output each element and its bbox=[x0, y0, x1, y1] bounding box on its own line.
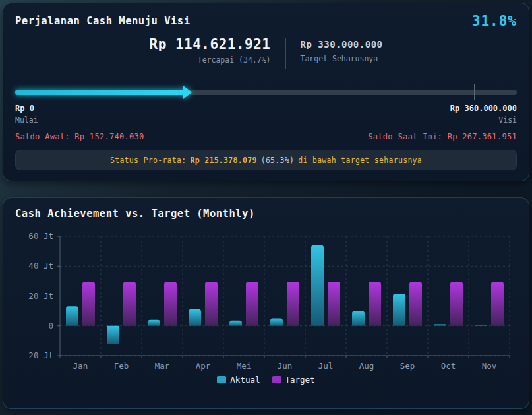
y-tick-label: 0 bbox=[48, 321, 53, 331]
bar-target-Mei[interactable] bbox=[246, 282, 258, 326]
achieved-block: Rp 114.621.921 Tercapai (34.7%) bbox=[149, 37, 270, 65]
start-value: Rp 0 bbox=[15, 104, 38, 113]
progress-fill-arrow bbox=[15, 90, 183, 95]
vision-label: Visi bbox=[450, 115, 517, 125]
target-swatch-icon bbox=[272, 376, 281, 383]
start-endpoint: Rp 0 Mulai bbox=[15, 104, 38, 125]
dashboard-page: { "journey": { "title": "Perjalanan Cash… bbox=[0, 0, 532, 415]
bar-target-Feb[interactable] bbox=[123, 282, 136, 326]
journey-header: Perjalanan Cash Menuju Visi 31.8% bbox=[15, 13, 517, 29]
journey-card: Perjalanan Cash Menuju Visi 31.8% Rp 114… bbox=[3, 3, 529, 181]
x-category-label: Mar bbox=[155, 361, 170, 371]
aktual-swatch-icon bbox=[217, 376, 226, 383]
saldo-row: Saldo Awal: Rp 152.740.030 Saldo Saat In… bbox=[15, 132, 517, 141]
journey-title: Perjalanan Cash Menuju Visi bbox=[15, 15, 190, 27]
legend-item-aktual[interactable]: Aktual bbox=[217, 375, 260, 385]
x-category-label: Nov bbox=[482, 361, 497, 371]
progress-bar[interactable] bbox=[15, 84, 517, 100]
bar-target-Apr[interactable] bbox=[205, 282, 218, 326]
saldo-saat-ini: Saldo Saat Ini: Rp 267.361.951 bbox=[368, 132, 517, 141]
saldo-awal: Saldo Awal: Rp 152.740.030 bbox=[15, 132, 144, 141]
arrow-head-icon bbox=[183, 86, 192, 99]
journey-stats: Rp 114.621.921 Tercapai (34.7%) Rp 330.0… bbox=[15, 37, 517, 69]
status-value: Rp 215.378.079 bbox=[191, 156, 257, 165]
expected-value: Rp 330.000.000 bbox=[301, 39, 383, 49]
y-tick-label: 20 Jt bbox=[28, 291, 53, 301]
status-label: Status Pro-rata: bbox=[110, 156, 187, 165]
chart-legend: Aktual Target bbox=[15, 375, 517, 385]
bar-chart[interactable]: 60 Jt40 Jt20 Jt0-20 JtJanFebMarAprMeiJun… bbox=[15, 226, 518, 372]
progress-endpoints: Rp 0 Mulai Rp 360.000.000 Visi bbox=[15, 104, 517, 125]
achieved-value: Rp 114.621.921 bbox=[149, 37, 270, 52]
chart-card: Cash Achievement vs. Target (Monthly) 60… bbox=[3, 197, 529, 409]
legend-label-target: Target bbox=[285, 375, 315, 385]
x-category-label: Oct bbox=[441, 361, 456, 371]
chart-title: Cash Achievement vs. Target (Monthly) bbox=[15, 208, 517, 220]
bar-aktual-Jun[interactable] bbox=[270, 318, 283, 325]
x-category-label: Sep bbox=[400, 361, 415, 371]
bar-target-Nov[interactable] bbox=[491, 282, 504, 326]
bar-aktual-Apr[interactable] bbox=[189, 309, 201, 326]
bar-target-Jun[interactable] bbox=[287, 282, 299, 326]
achieved-label: Tercapai (34.7%) bbox=[149, 55, 270, 65]
bar-target-Aug[interactable] bbox=[369, 282, 381, 326]
bar-aktual-Jan[interactable] bbox=[66, 306, 78, 325]
bar-target-Jan[interactable] bbox=[82, 282, 95, 326]
journey-progress-percent: 31.8% bbox=[472, 13, 517, 29]
x-category-label: Jun bbox=[278, 361, 293, 371]
x-category-label: Aug bbox=[359, 361, 374, 371]
bar-aktual-Aug[interactable] bbox=[352, 311, 365, 326]
status-prorata-pill: Status Pro-rata: Rp 215.378.079 (65.3%) … bbox=[15, 150, 517, 170]
bar-aktual-Mei[interactable] bbox=[229, 321, 242, 326]
stats-divider bbox=[285, 38, 286, 69]
bar-target-Jul[interactable] bbox=[328, 282, 340, 326]
expected-block: Rp 330.000.000 Target Seharusnya bbox=[301, 37, 383, 63]
bar-aktual-Sep[interactable] bbox=[393, 294, 405, 326]
target-marker-tick bbox=[474, 84, 475, 100]
expected-label: Target Seharusnya bbox=[301, 54, 383, 63]
x-category-label: Jul bbox=[318, 361, 334, 371]
legend-label-aktual: Aktual bbox=[230, 375, 260, 385]
bar-target-Oct[interactable] bbox=[450, 282, 463, 326]
y-tick-label: -20 Jt bbox=[24, 350, 53, 360]
y-tick-label: 60 Jt bbox=[28, 231, 53, 241]
bar-aktual-Feb[interactable] bbox=[107, 326, 119, 344]
vision-value: Rp 360.000.000 bbox=[450, 104, 517, 113]
bar-aktual-Nov[interactable] bbox=[475, 325, 487, 326]
x-category-label: Apr bbox=[196, 361, 211, 371]
bar-aktual-Jul[interactable] bbox=[311, 245, 324, 326]
y-tick-label: 40 Jt bbox=[28, 261, 53, 271]
x-category-label: Feb bbox=[114, 361, 129, 371]
vision-endpoint: Rp 360.000.000 Visi bbox=[450, 104, 517, 125]
bar-target-Sep[interactable] bbox=[409, 282, 422, 326]
bar-aktual-Mar[interactable] bbox=[148, 320, 160, 326]
bar-aktual-Oct[interactable] bbox=[434, 324, 446, 325]
x-category-label: Mei bbox=[237, 361, 252, 371]
legend-item-target[interactable]: Target bbox=[272, 375, 315, 385]
x-category-label: Jan bbox=[73, 361, 88, 371]
bar-target-Mar[interactable] bbox=[164, 282, 177, 326]
status-percent: (65.3%) bbox=[261, 156, 295, 165]
status-note: di bawah target seharusnya bbox=[298, 156, 422, 165]
start-label: Mulai bbox=[15, 115, 38, 125]
